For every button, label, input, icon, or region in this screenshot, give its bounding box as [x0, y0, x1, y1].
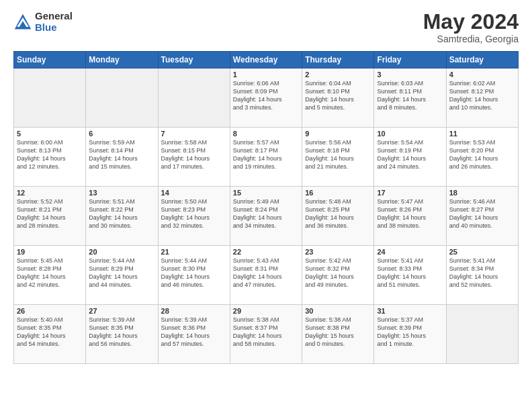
- calendar-location: Samtredia, Georgia: [423, 34, 519, 44]
- day-number: 14: [161, 189, 227, 197]
- day-info: Sunrise: 5:51 AM Sunset: 8:22 PM Dayligh…: [89, 197, 154, 230]
- calendar-cell: 20Sunrise: 5:44 AM Sunset: 8:29 PM Dayli…: [86, 246, 158, 305]
- day-number: 20: [89, 248, 154, 256]
- column-header-saturday: Saturday: [446, 52, 518, 68]
- day-number: 13: [89, 189, 154, 197]
- day-number: 10: [377, 130, 443, 138]
- day-info: Sunrise: 5:58 AM Sunset: 8:15 PM Dayligh…: [161, 138, 227, 171]
- calendar-cell: 22Sunrise: 5:43 AM Sunset: 8:31 PM Dayli…: [230, 246, 302, 305]
- day-info: Sunrise: 5:50 AM Sunset: 8:23 PM Dayligh…: [161, 197, 227, 230]
- day-info: Sunrise: 5:49 AM Sunset: 8:24 PM Dayligh…: [233, 197, 299, 230]
- day-info: Sunrise: 5:39 AM Sunset: 8:36 PM Dayligh…: [161, 316, 227, 349]
- calendar-cell: 17Sunrise: 5:47 AM Sunset: 8:26 PM Dayli…: [374, 187, 446, 246]
- calendar-cell: [158, 68, 230, 128]
- calendar-cell: 27Sunrise: 5:39 AM Sunset: 8:35 PM Dayli…: [86, 305, 158, 364]
- logo-general: General: [35, 11, 73, 22]
- calendar-cell: 3Sunrise: 6:03 AM Sunset: 8:11 PM Daylig…: [374, 68, 446, 128]
- day-info: Sunrise: 5:56 AM Sunset: 8:18 PM Dayligh…: [305, 138, 371, 171]
- calendar-cell: 6Sunrise: 5:59 AM Sunset: 8:14 PM Daylig…: [86, 128, 158, 187]
- day-info: Sunrise: 5:39 AM Sunset: 8:35 PM Dayligh…: [89, 316, 154, 349]
- calendar-week-row: 26Sunrise: 5:40 AM Sunset: 8:35 PM Dayli…: [14, 305, 519, 364]
- day-info: Sunrise: 5:41 AM Sunset: 8:34 PM Dayligh…: [449, 257, 515, 289]
- day-info: Sunrise: 5:42 AM Sunset: 8:32 PM Dayligh…: [305, 257, 371, 289]
- column-header-sunday: Sunday: [14, 52, 86, 68]
- day-number: 9: [305, 130, 371, 138]
- day-number: 5: [17, 130, 83, 138]
- day-info: Sunrise: 5:37 AM Sunset: 8:39 PM Dayligh…: [377, 316, 443, 349]
- calendar-cell: 15Sunrise: 5:49 AM Sunset: 8:24 PM Dayli…: [230, 187, 302, 246]
- calendar-cell: 25Sunrise: 5:41 AM Sunset: 8:34 PM Dayli…: [446, 246, 518, 305]
- logo-blue: Blue: [35, 22, 73, 34]
- calendar-table: SundayMondayTuesdayWednesdayThursdayFrid…: [13, 51, 519, 364]
- calendar-cell: 9Sunrise: 5:56 AM Sunset: 8:18 PM Daylig…: [302, 128, 374, 187]
- column-header-thursday: Thursday: [302, 52, 374, 68]
- day-number: 28: [161, 307, 227, 315]
- calendar-cell: 2Sunrise: 6:04 AM Sunset: 8:10 PM Daylig…: [302, 68, 374, 128]
- calendar-cell: 18Sunrise: 5:46 AM Sunset: 8:27 PM Dayli…: [446, 187, 518, 246]
- day-number: 22: [233, 248, 299, 256]
- calendar-cell: 1Sunrise: 6:06 AM Sunset: 8:09 PM Daylig…: [230, 68, 302, 128]
- day-number: 6: [89, 130, 154, 138]
- day-info: Sunrise: 6:06 AM Sunset: 8:09 PM Dayligh…: [233, 79, 299, 112]
- day-number: 12: [17, 189, 83, 197]
- calendar-cell: [86, 68, 158, 128]
- calendar-title: May 2024: [423, 11, 519, 32]
- day-info: Sunrise: 5:38 AM Sunset: 8:38 PM Dayligh…: [305, 316, 371, 349]
- calendar-cell: 14Sunrise: 5:50 AM Sunset: 8:23 PM Dayli…: [158, 187, 230, 246]
- day-info: Sunrise: 5:45 AM Sunset: 8:28 PM Dayligh…: [17, 257, 83, 289]
- calendar-cell: 5Sunrise: 6:00 AM Sunset: 8:13 PM Daylig…: [14, 128, 86, 187]
- day-info: Sunrise: 5:54 AM Sunset: 8:19 PM Dayligh…: [377, 138, 443, 171]
- day-number: 30: [305, 307, 371, 315]
- calendar-cell: 28Sunrise: 5:39 AM Sunset: 8:36 PM Dayli…: [158, 305, 230, 364]
- day-number: 17: [377, 189, 443, 197]
- calendar-week-row: 12Sunrise: 5:52 AM Sunset: 8:21 PM Dayli…: [14, 187, 519, 246]
- day-info: Sunrise: 5:43 AM Sunset: 8:31 PM Dayligh…: [233, 257, 299, 289]
- calendar-cell: 26Sunrise: 5:40 AM Sunset: 8:35 PM Dayli…: [14, 305, 86, 364]
- calendar-cell: 7Sunrise: 5:58 AM Sunset: 8:15 PM Daylig…: [158, 128, 230, 187]
- day-number: 11: [449, 130, 515, 138]
- day-number: 27: [89, 307, 154, 315]
- calendar-cell: 29Sunrise: 5:38 AM Sunset: 8:37 PM Dayli…: [230, 305, 302, 364]
- day-info: Sunrise: 5:59 AM Sunset: 8:14 PM Dayligh…: [89, 138, 154, 171]
- day-number: 25: [449, 248, 515, 256]
- day-number: 16: [305, 189, 371, 197]
- logo: General Blue: [13, 11, 73, 33]
- day-number: 15: [233, 189, 299, 197]
- logo-icon: [13, 13, 32, 32]
- day-info: Sunrise: 5:41 AM Sunset: 8:33 PM Dayligh…: [377, 257, 443, 289]
- day-info: Sunrise: 5:38 AM Sunset: 8:37 PM Dayligh…: [233, 316, 299, 349]
- day-number: 19: [17, 248, 83, 256]
- calendar-page: General Blue May 2024 Samtredia, Georgia…: [0, 0, 532, 411]
- day-number: 1: [233, 71, 299, 79]
- calendar-cell: 10Sunrise: 5:54 AM Sunset: 8:19 PM Dayli…: [374, 128, 446, 187]
- day-info: Sunrise: 5:44 AM Sunset: 8:30 PM Dayligh…: [161, 257, 227, 289]
- calendar-cell: 11Sunrise: 5:53 AM Sunset: 8:20 PM Dayli…: [446, 128, 518, 187]
- calendar-cell: [14, 68, 86, 128]
- day-number: 29: [233, 307, 299, 315]
- day-number: 26: [17, 307, 83, 315]
- day-number: 7: [161, 130, 227, 138]
- day-info: Sunrise: 5:53 AM Sunset: 8:20 PM Dayligh…: [449, 138, 515, 171]
- day-info: Sunrise: 5:44 AM Sunset: 8:29 PM Dayligh…: [89, 257, 154, 289]
- day-number: 18: [449, 189, 515, 197]
- day-info: Sunrise: 6:03 AM Sunset: 8:11 PM Dayligh…: [377, 79, 443, 112]
- calendar-cell: 13Sunrise: 5:51 AM Sunset: 8:22 PM Dayli…: [86, 187, 158, 246]
- calendar-cell: 16Sunrise: 5:48 AM Sunset: 8:25 PM Dayli…: [302, 187, 374, 246]
- calendar-cell: 30Sunrise: 5:38 AM Sunset: 8:38 PM Dayli…: [302, 305, 374, 364]
- logo-text: General Blue: [35, 11, 73, 33]
- calendar-week-row: 5Sunrise: 6:00 AM Sunset: 8:13 PM Daylig…: [14, 128, 519, 187]
- day-number: 2: [305, 71, 371, 79]
- day-number: 21: [161, 248, 227, 256]
- calendar-cell: 23Sunrise: 5:42 AM Sunset: 8:32 PM Dayli…: [302, 246, 374, 305]
- calendar-cell: 31Sunrise: 5:37 AM Sunset: 8:39 PM Dayli…: [374, 305, 446, 364]
- calendar-cell: 24Sunrise: 5:41 AM Sunset: 8:33 PM Dayli…: [374, 246, 446, 305]
- calendar-cell: 4Sunrise: 6:02 AM Sunset: 8:12 PM Daylig…: [446, 68, 518, 128]
- calendar-cell: [446, 305, 518, 364]
- day-info: Sunrise: 5:52 AM Sunset: 8:21 PM Dayligh…: [17, 197, 83, 230]
- calendar-header-row: SundayMondayTuesdayWednesdayThursdayFrid…: [14, 52, 519, 68]
- page-header: General Blue May 2024 Samtredia, Georgia: [13, 11, 519, 44]
- column-header-tuesday: Tuesday: [158, 52, 230, 68]
- day-number: 4: [449, 71, 515, 79]
- column-header-wednesday: Wednesday: [230, 52, 302, 68]
- title-block: May 2024 Samtredia, Georgia: [423, 11, 519, 44]
